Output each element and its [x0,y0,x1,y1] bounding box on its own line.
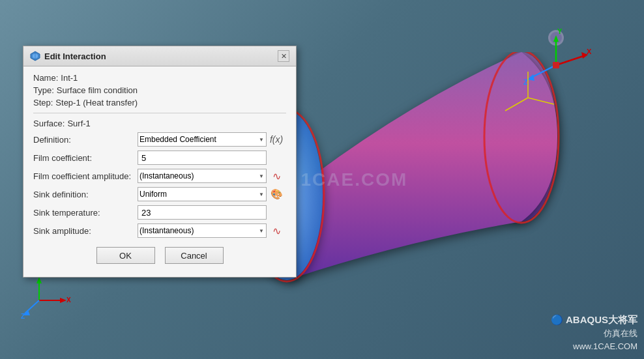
svg-line-27 [505,98,528,111]
surface-value: Surf-1 [67,119,90,128]
surface-label: Surface: [33,119,65,128]
paint-icon[interactable]: 🎨 [267,188,286,201]
surface-row: Surface: Surf-1 [33,119,286,128]
dialog-app-icon [30,51,40,61]
svg-line-26 [528,98,554,104]
axis-indicator-bottom: Y X Z [20,274,72,320]
brand-name: 🔵 ABAQUS大将军 [551,313,637,328]
sink-amp-label: Sink amplitude: [33,226,138,236]
sink-amp-select[interactable]: (Instantaneous) [138,223,267,238]
edit-interaction-dialog: Edit Interaction ✕ Name: Int-1 Type: Sur… [23,46,297,278]
svg-text:Y: Y [557,27,563,35]
dialog-title-left: Edit Interaction [30,51,106,61]
dialog-title-text: Edit Interaction [44,51,106,61]
button-row: OK Cancel [33,247,286,270]
brand-url: www.1CAE.COM [551,340,637,353]
dialog-close-button[interactable]: ✕ [278,50,289,62]
type-row: Type: Surface film condition [33,85,286,95]
step-value: Step-1 (Heat transfer) [55,98,138,108]
divider-1 [33,113,286,113]
svg-line-9 [556,55,585,65]
step-row: Step: Step-1 (Heat transfer) [33,98,286,108]
fx-button[interactable]: f(x) [267,134,286,145]
svg-marker-20 [60,298,66,303]
type-value: Surface film condition [57,85,138,95]
sink-def-label: Sink definition: [33,190,138,199]
local-axis [495,65,561,130]
type-label: Type: [33,85,54,95]
svg-text:X: X [587,48,592,55]
dialog-titlebar[interactable]: Edit Interaction ✕ [23,46,296,66]
form-section: Definition: Embedded Coefficient f(x) Fi… [33,132,286,238]
sink-temp-label: Sink temperature: [33,208,138,218]
definition-select[interactable]: Embedded Coefficient [138,132,267,147]
svg-text:X: X [66,296,71,304]
step-label: Step: [33,98,53,108]
dialog-body: Name: Int-1 Type: Surface film condition… [23,66,296,277]
wave-icon-1[interactable]: ∿ [267,169,286,183]
sink-temp-input[interactable] [138,205,267,220]
sink-amp-select-wrapper: (Instantaneous) [138,223,267,238]
svg-marker-17 [37,277,42,283]
film-coeff-amp-label: Film coefficient amplitude: [33,171,138,181]
name-label: Name: [33,73,58,83]
film-coeff-label: Film coefficient: [33,153,138,163]
definition-select-wrapper: Embedded Coefficient [138,132,267,147]
film-coeff-amp-select-wrapper: (Instantaneous) [138,169,267,183]
film-coeff-amp-select[interactable]: (Instantaneous) [138,169,267,183]
svg-text:Z: Z [21,313,25,320]
brand-subtitle: 仿真在线 [551,327,637,340]
definition-label: Definition: [33,135,138,145]
sink-def-select[interactable]: Uniform [138,187,267,201]
wave-icon-2[interactable]: ∿ [267,224,286,238]
film-coeff-input[interactable] [138,151,267,165]
sink-def-select-wrapper: Uniform [138,187,267,201]
name-row: Name: Int-1 [33,73,286,83]
cancel-button[interactable]: Cancel [165,247,224,264]
name-value: Int-1 [61,73,78,83]
ok-button[interactable]: OK [96,247,155,264]
brand: 🔵 ABAQUS大将军 仿真在线 www.1CAE.COM [551,313,637,353]
